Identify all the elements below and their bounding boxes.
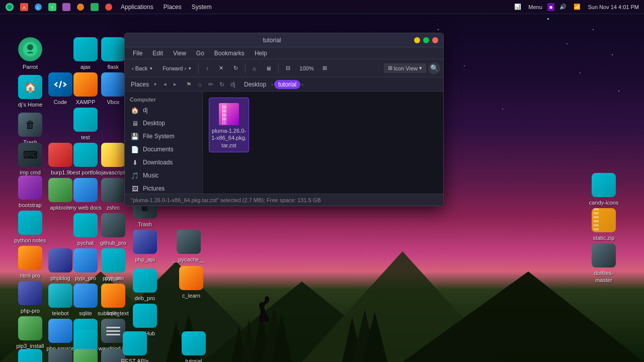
- taskbar-right: 📊 Menu ■ 🔊 📶 Sun Nov 14 4:01 PM: [512, 3, 641, 11]
- breadcrumb-tutorial[interactable]: tutorial: [274, 80, 300, 89]
- sidebar-item-filesystem[interactable]: 💾 File System: [125, 130, 202, 143]
- desktop-icon-sublime-text[interactable]: sublime_text: [93, 282, 133, 319]
- candy-icons-label: candy-icons: [589, 199, 619, 206]
- taskbar-applications[interactable]: Applications: [117, 3, 157, 12]
- home-button[interactable]: ⌂: [249, 64, 260, 73]
- taskbar-menu[interactable]: Menu: [526, 3, 544, 11]
- taskbar-icon-3[interactable]: T: [46, 2, 58, 12]
- desktop-icon-rest-apis[interactable]: REST APIs with Flask and Python: [115, 329, 155, 362]
- pycache-label: __pycache__: [172, 256, 205, 263]
- desktop-icon-test[interactable]: test: [65, 106, 106, 143]
- dj-home-label: dj's Home: [18, 101, 43, 108]
- loc-reload-btn[interactable]: ↻: [217, 79, 227, 89]
- taskbar-icon-6[interactable]: [89, 2, 101, 12]
- desktop-icon-tutorial[interactable]: tutorial: [174, 329, 214, 362]
- view-mode-button[interactable]: ⊞ Icon View ▾: [384, 63, 427, 73]
- file-item-archive[interactable]: pluma-1.26.0-1-x86_64.pkg.tar.zst: [209, 98, 249, 152]
- dotfiles-master-label: dotfiles-master: [586, 269, 622, 284]
- svg-rect-36: [222, 106, 226, 108]
- menu-view[interactable]: View: [169, 49, 190, 58]
- taskbar-app-icon-1: A: [20, 3, 28, 11]
- file-manager-window: tutorial File Edit View Go Bookmarks Hel…: [124, 33, 444, 206]
- sidebar: Computer 🏠 dj 🖥 Desktop 💾 File System 📄 …: [125, 92, 203, 194]
- desktop-icon-python-notes[interactable]: python notes: [10, 209, 50, 246]
- file-area[interactable]: pluma-1.26.0-1-x86_64.pkg.tar.zst: [203, 92, 443, 194]
- taskbar-network[interactable]: 📶: [572, 3, 583, 11]
- vbox-label: Vbox: [107, 99, 119, 106]
- taskbar-icon-7[interactable]: [103, 2, 115, 12]
- zshrc-label: zshrc: [107, 204, 120, 211]
- menu-help[interactable]: Help: [251, 49, 271, 58]
- loc-user-btn[interactable]: dj: [228, 79, 238, 89]
- sidebar-item-downloads[interactable]: ⬇ Downloads: [125, 156, 202, 169]
- loc-edit-btn[interactable]: ✏: [206, 79, 216, 89]
- sidebar-item-music[interactable]: 🎵 Music: [125, 169, 202, 182]
- desktop-icon-parrot[interactable]: Parrot: [10, 35, 50, 72]
- zoom-fit-btn[interactable]: ⊞: [318, 63, 331, 73]
- title-bar: tutorial: [125, 33, 443, 47]
- loc-next-btn[interactable]: ▸: [171, 80, 180, 89]
- stop-button[interactable]: ✕: [215, 63, 227, 73]
- svg-text:C: C: [37, 6, 40, 10]
- desktop-icon-c-learn[interactable]: c_learn: [171, 264, 211, 301]
- static-zip-label: static.zip: [593, 234, 615, 241]
- taskbar-system[interactable]: System: [188, 3, 216, 12]
- close-button[interactable]: [432, 37, 438, 43]
- breadcrumb-desktop[interactable]: Desktop: [240, 80, 270, 89]
- taskbar-places[interactable]: Places: [159, 3, 186, 12]
- menu-edit[interactable]: Edit: [148, 49, 167, 58]
- up-button[interactable]: ↑: [202, 64, 213, 73]
- taskbar-clock: Sun Nov 14 4:01 PM: [586, 3, 641, 11]
- taskbar-icon-5[interactable]: [74, 2, 87, 12]
- loc-network-btn[interactable]: ⌂: [195, 79, 205, 89]
- svg-rect-23: [62, 3, 70, 11]
- sidebar-item-pictures[interactable]: 🖼 Pictures: [125, 182, 202, 194]
- back-button[interactable]: ‹ Back: [128, 64, 156, 73]
- python-notes-label: python notes: [15, 237, 46, 244]
- computer-button[interactable]: 🖥: [262, 64, 275, 73]
- taskbar-icon-1[interactable]: A: [18, 2, 30, 12]
- menu-file[interactable]: File: [129, 49, 146, 58]
- maximize-button[interactable]: [423, 37, 429, 43]
- desktop-icon-static-zip[interactable]: static.zip: [584, 206, 624, 243]
- refresh-button[interactable]: ↻: [229, 63, 242, 73]
- taskbar-workspace[interactable]: ■: [547, 3, 555, 11]
- php-api-label: php_api: [135, 256, 154, 263]
- desktop-icon-pycache[interactable]: __pycache__: [169, 228, 209, 265]
- loc-prev-btn[interactable]: ◂: [160, 80, 170, 89]
- sidebar-item-desktop[interactable]: 🖥 Desktop: [125, 117, 202, 130]
- forward-button[interactable]: Forward ›: [158, 64, 195, 73]
- menu-bookmarks[interactable]: Bookmarks: [210, 49, 249, 58]
- taskbar-parrot[interactable]: [3, 2, 16, 13]
- sidebar-filesystem-label: File System: [143, 133, 175, 140]
- svg-rect-25: [91, 3, 99, 11]
- sidebar-item-home[interactable]: 🏠 dj: [125, 104, 202, 117]
- desktop-icon-candy-icons[interactable]: candy-icons: [584, 171, 624, 208]
- toolbar-separator-3: [278, 63, 279, 73]
- sidebar-item-documents[interactable]: 📄 Documents: [125, 143, 202, 156]
- svg-point-28: [27, 44, 33, 50]
- back-arrow-icon: ‹: [132, 65, 134, 71]
- taskbar-volume[interactable]: 🔊: [557, 3, 569, 11]
- php-pro-label: php-pro: [21, 307, 40, 314]
- zoom-out-btn[interactable]: ⊟: [282, 63, 294, 73]
- places-dropdown-arrow: ▾: [154, 81, 156, 87]
- places-dropdown[interactable]: Places: [128, 80, 152, 89]
- search-button[interactable]: 🔍: [428, 62, 440, 74]
- taskbar-icon-4[interactable]: [60, 2, 72, 12]
- loc-bookmark-btn[interactable]: ⚑: [184, 79, 194, 89]
- desktop-icon-dotfiles-master[interactable]: dotfiles-master: [584, 241, 624, 286]
- sidebar-desktop-label: Desktop: [143, 120, 165, 127]
- svg-rect-37: [222, 110, 226, 112]
- search-icon: 🔍: [430, 64, 439, 72]
- desktop-icon-pyjson3[interactable]: pyjson: [93, 246, 133, 284]
- c-learn-label: c_learn: [182, 292, 200, 299]
- taskbar-tray-icon-1[interactable]: 📊: [512, 3, 523, 11]
- toolbar-separator-2: [245, 63, 246, 73]
- pyjson3-label: pyjson: [105, 275, 121, 282]
- menu-go[interactable]: Go: [192, 49, 208, 58]
- minimize-button[interactable]: [414, 37, 420, 43]
- status-text: "pluma-1.26.0-1-x86_64.pkg.tar.zst" sele…: [131, 197, 321, 203]
- taskbar-icon-2[interactable]: C: [32, 2, 44, 12]
- parrot-icon: [5, 3, 14, 12]
